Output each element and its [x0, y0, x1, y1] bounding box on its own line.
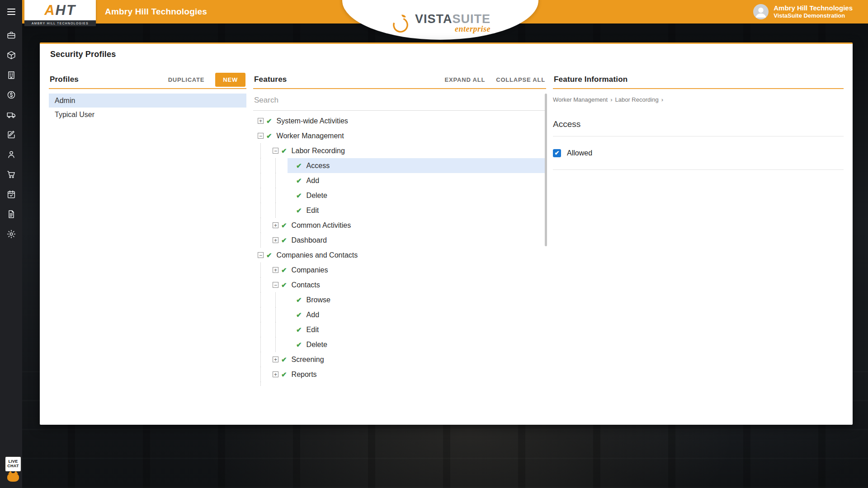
features-panel-header: Features EXPAND ALL COLLAPSE ALL — [253, 71, 546, 89]
tree-label: Companies — [292, 266, 328, 274]
tree-row[interactable]: −✔Custom Fields — [258, 382, 546, 386]
tree-label: Access — [307, 162, 330, 170]
nav-document-icon[interactable] — [6, 209, 16, 219]
nav-calendar-icon[interactable] — [6, 189, 16, 199]
tree-row[interactable]: ✔Delete — [258, 188, 546, 203]
collapse-toggle-icon[interactable]: − — [258, 133, 264, 139]
allowed-row[interactable]: ✔ Allowed — [553, 136, 844, 170]
tree-row[interactable]: +✔System-wide Activities — [258, 113, 546, 128]
tree-label: Reports — [292, 371, 317, 379]
tree-guide — [260, 277, 273, 292]
nav-settings-icon[interactable] — [6, 229, 16, 239]
expand-all-button[interactable]: EXPAND ALL — [445, 76, 486, 83]
user-account[interactable]: Ambry Hill Technologies VistaSuite Demon… — [753, 0, 853, 23]
expand-toggle-icon[interactable]: + — [273, 267, 278, 273]
expand-toggle-icon[interactable]: + — [273, 222, 278, 228]
tree-guide — [260, 337, 273, 352]
collapse-toggle-icon[interactable]: − — [273, 148, 278, 154]
vistasuite-logo: VISTASUITE enterprise — [390, 13, 491, 34]
menu-icon[interactable] — [0, 0, 22, 23]
search-input[interactable] — [253, 90, 546, 111]
collapse-toggle-icon[interactable]: − — [273, 282, 278, 288]
tree-row[interactable]: +✔Screening — [258, 352, 546, 367]
nav-package-icon[interactable] — [6, 50, 16, 60]
check-icon: ✔ — [266, 117, 272, 125]
tree-label: Labor Recording — [292, 147, 345, 155]
tree-label: Common Activities — [292, 221, 351, 230]
check-icon: ✔ — [281, 147, 287, 155]
tree-guide — [275, 158, 288, 173]
top-header: VISTASUITE enterprise AHT AMBRY HILL TEC… — [0, 0, 868, 23]
new-profile-button[interactable]: NEW — [215, 73, 245, 87]
expand-toggle-icon[interactable]: + — [273, 357, 278, 362]
tree-label: Custom Fields — [292, 385, 338, 387]
tree-row[interactable]: −✔Companies and Contacts — [258, 248, 546, 263]
scrollbar-thumb[interactable] — [545, 94, 547, 246]
tree-label: Edit — [307, 326, 319, 334]
tree-row[interactable]: ✔Add — [258, 307, 546, 322]
nav-building-icon[interactable] — [6, 70, 16, 80]
vistasuite-wordmark: VISTASUITE enterprise — [415, 13, 491, 34]
tree-guide — [260, 352, 273, 367]
tree-row[interactable]: +✔Reports — [258, 367, 546, 382]
expand-toggle-icon[interactable]: + — [273, 371, 278, 377]
vista-text: VISTA — [415, 12, 453, 26]
tree-row[interactable]: −✔Labor Recording — [258, 143, 546, 158]
tree-row[interactable]: ✔Access — [258, 158, 546, 173]
check-icon: ✔ — [281, 236, 287, 244]
nav-truck-icon[interactable] — [6, 110, 16, 120]
allowed-label: Allowed — [567, 149, 592, 157]
tree-row[interactable]: ✔Add — [258, 173, 546, 188]
tree-row[interactable]: ✔Delete — [258, 337, 546, 352]
company-logo[interactable]: AHT AMBRY HILL TECHNOLOGIES — [24, 0, 96, 26]
profile-item[interactable]: Typical User — [49, 108, 246, 122]
check-icon: ✔ — [296, 162, 302, 170]
nav-briefcase-icon[interactable] — [6, 30, 16, 40]
features-tree: +✔System-wide Activities−✔Worker Managem… — [253, 113, 546, 386]
tree-row[interactable]: +✔Companies — [258, 263, 546, 277]
duplicate-button[interactable]: DUPLICATE — [168, 76, 205, 83]
tree-label: Add — [307, 311, 319, 319]
sidebar-nav-rail: LIVE CHAT — [0, 0, 22, 488]
company-logo-strip: AMBRY HILL TECHNOLOGIES — [24, 20, 96, 26]
live-chat-widget[interactable]: LIVE CHAT — [4, 456, 22, 482]
check-icon: ✔ — [281, 371, 287, 379]
tree-row[interactable]: ✔Edit — [258, 322, 546, 337]
tree-label: Worker Management — [277, 132, 344, 140]
user-org: Ambry Hill Technologies — [774, 4, 853, 13]
expand-toggle-icon[interactable]: + — [273, 237, 278, 243]
tree-row[interactable]: −✔Contacts — [258, 277, 546, 292]
tree-guide — [275, 173, 288, 188]
collapse-all-button[interactable]: COLLAPSE ALL — [496, 76, 545, 83]
tree-label: Companies and Contacts — [277, 251, 358, 259]
suite-text: SUITE — [453, 12, 491, 26]
breadcrumb-link[interactable]: Worker Management — [553, 96, 608, 103]
collapse-toggle-icon[interactable]: − — [258, 252, 264, 258]
security-profiles-card: Security Profiles Profiles DUPLICATE NEW… — [40, 42, 853, 425]
allowed-checkbox[interactable]: ✔ — [553, 149, 561, 157]
tree-row[interactable]: +✔Common Activities — [258, 218, 546, 233]
tree-label: Delete — [307, 192, 327, 200]
profile-item[interactable]: Admin — [49, 94, 246, 108]
nav-cart-icon[interactable] — [6, 169, 16, 179]
breadcrumb-link[interactable]: Labor Recording — [615, 96, 659, 103]
check-icon: ✔ — [296, 326, 302, 334]
nav-worker-icon[interactable] — [6, 150, 16, 160]
nav-finance-icon[interactable] — [6, 90, 16, 100]
company-logo-letters: AHT — [24, 0, 96, 20]
tree-guide — [260, 188, 273, 203]
tree-guide — [275, 337, 288, 352]
tree-label: Screening — [292, 356, 324, 364]
profiles-panel: Profiles DUPLICATE NEW AdminTypical User — [49, 71, 246, 386]
expand-toggle-icon[interactable]: + — [258, 118, 264, 124]
tree-guide — [275, 292, 288, 307]
nav-edit-icon[interactable] — [6, 130, 16, 140]
breadcrumb: Worker Management›Labor Recording› — [553, 96, 844, 103]
tree-row[interactable]: ✔Edit — [258, 203, 546, 218]
user-name: VistaSuite Demonstration — [774, 12, 853, 20]
tree-guide — [260, 263, 273, 277]
tree-row[interactable]: ✔Browse — [258, 292, 546, 307]
tree-row[interactable]: +✔Dashboard — [258, 233, 546, 248]
tree-row[interactable]: −✔Worker Management — [258, 128, 546, 143]
tree-guide — [260, 233, 273, 248]
